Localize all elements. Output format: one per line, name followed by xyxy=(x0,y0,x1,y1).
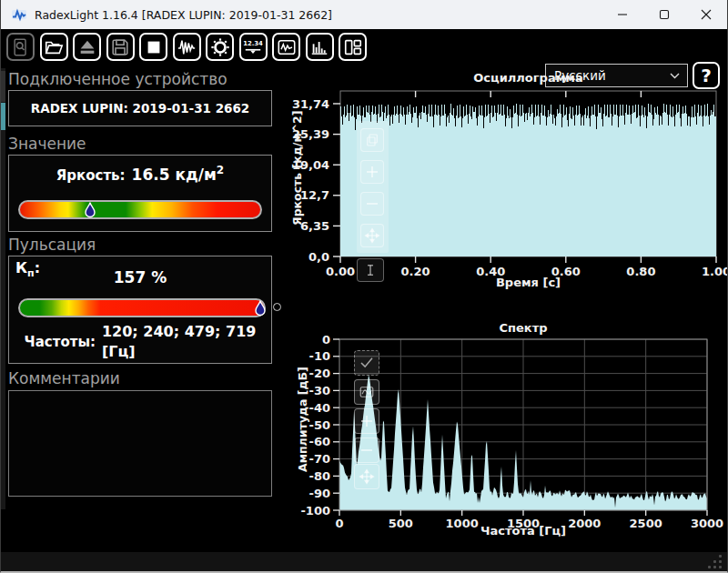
value-gradient-bar xyxy=(18,200,262,219)
cursor-ibeam-icon xyxy=(362,262,379,278)
pulsation-marker-drop-icon xyxy=(255,297,266,319)
svg-text:-90: -90 xyxy=(309,487,331,500)
oscillogram-xlabel: Время [с] xyxy=(340,276,716,289)
oscillogram-zoom-in-button[interactable] xyxy=(360,160,384,184)
layout-panels-button[interactable] xyxy=(339,33,367,61)
oscillogram-title: Осциллограмма xyxy=(340,71,716,85)
oscillogram-zoom-out-button[interactable] xyxy=(360,192,384,216)
eject-icon xyxy=(77,37,97,57)
dock-segment xyxy=(1,71,5,102)
svg-text:6,35: 6,35 xyxy=(300,219,329,233)
maximize-button[interactable] xyxy=(643,0,685,29)
spectrum-fit-view-button[interactable] xyxy=(354,379,379,405)
zoom-preview-button[interactable] xyxy=(6,33,35,61)
waveform-icon xyxy=(177,37,197,57)
device-name: RADEX LUPIN: 2019-01-31 2662 xyxy=(31,101,249,116)
save-file-button[interactable] xyxy=(106,33,135,61)
value-marker-drop-icon xyxy=(85,199,96,221)
brightness-row: Яркость: 16.5 кд/м2 xyxy=(9,156,271,184)
spectrum-plot-area[interactable] xyxy=(339,339,707,510)
svg-text:-50: -50 xyxy=(309,418,331,432)
svg-text:-70: -70 xyxy=(309,452,331,466)
app-logo-icon xyxy=(12,7,26,22)
curve-box-icon xyxy=(359,384,375,400)
svg-text:0: 0 xyxy=(322,333,330,347)
chart-wave-icon xyxy=(277,37,297,57)
spectrum-view-button[interactable] xyxy=(306,33,334,61)
oscillogram-pan-button[interactable] xyxy=(360,224,384,247)
settings-button[interactable] xyxy=(206,33,234,61)
svg-text:-100: -100 xyxy=(300,504,330,518)
svg-text:31,74: 31,74 xyxy=(292,97,329,111)
toolbar-buttons: 12.34 xyxy=(6,33,367,61)
waveform-mode-button[interactable] xyxy=(173,33,201,61)
stop-icon xyxy=(144,37,164,57)
svg-text:-30: -30 xyxy=(309,384,331,397)
spectrum-xlabel: Частота [Гц] xyxy=(339,524,707,538)
spectrum-ylabel: Амплитуда [дБ] xyxy=(296,367,309,472)
svg-text:-40: -40 xyxy=(309,401,331,415)
brightness-label: Яркость: xyxy=(56,167,126,184)
open-folder-icon xyxy=(44,37,64,57)
oscillogram-plot-area[interactable] xyxy=(340,91,716,256)
close-button[interactable] xyxy=(685,0,727,29)
brightness-value: 16.5 кд/м2 xyxy=(132,164,225,184)
zoom-in-icon xyxy=(364,164,380,180)
stop-measurement-button[interactable] xyxy=(139,33,167,61)
save-floppy-icon xyxy=(110,37,130,57)
window-title: RadexLight 1.16.4 [RADEX LUPIN: 2019-01-… xyxy=(35,8,332,22)
pulsation-box: Кп: 157 % Частоты: 120; 240; 479; 719[Гц… xyxy=(8,256,272,364)
comments-section-label: Комментарии xyxy=(8,369,120,387)
svg-text:-80: -80 xyxy=(309,469,331,483)
eject-device-button[interactable] xyxy=(73,33,101,61)
dock-handle xyxy=(1,103,5,130)
oscillogram-ylabel: Яркость [кд/м^2] xyxy=(290,110,304,226)
frequencies-value: 120; 240; 479; 719[Гц] xyxy=(102,322,257,361)
oscillogram-copy-button[interactable] xyxy=(360,128,384,152)
spectrum-pan-button[interactable] xyxy=(354,464,379,489)
toolbar: 12.34 Русский ? xyxy=(1,29,727,66)
minimize-button[interactable] xyxy=(602,0,643,29)
checkmark-icon xyxy=(359,355,375,371)
spectrum-title: Спектр xyxy=(339,321,707,335)
comments-input[interactable] xyxy=(8,390,272,497)
resize-grip[interactable] xyxy=(708,555,723,568)
spectrum-autoscale-checkbox[interactable] xyxy=(354,350,379,376)
svg-text:12,7: 12,7 xyxy=(300,188,329,202)
spectrum-zoom-out-button[interactable] xyxy=(354,437,379,463)
zoom-in-icon xyxy=(359,413,375,429)
window-controls xyxy=(602,0,727,29)
svg-text:-20: -20 xyxy=(309,367,331,380)
zoom-out-icon xyxy=(364,196,380,212)
titlebar[interactable]: RadexLight 1.16.4 [RADEX LUPIN: 2019-01-… xyxy=(1,0,727,29)
copy-icon xyxy=(364,132,380,148)
oscillogram-view-button[interactable] xyxy=(272,33,300,61)
close-icon xyxy=(701,9,712,20)
device-section-label: Подключенное устройство xyxy=(8,70,228,88)
value-box: Яркость: 16.5 кд/м2 xyxy=(8,155,272,232)
pan-arrows-icon xyxy=(364,227,380,244)
layout-icon xyxy=(343,37,363,57)
frequencies-row: Частоты: 120; 240; 479; 719[Гц] xyxy=(9,322,271,361)
minimize-icon xyxy=(617,9,628,20)
pulsation-section-label: Пульсация xyxy=(8,236,96,254)
zoom-out-icon xyxy=(359,442,375,458)
marker-legend-dot xyxy=(273,303,281,311)
bar-chart-icon xyxy=(309,37,329,57)
status-bar xyxy=(1,552,727,571)
gear-icon xyxy=(210,37,230,57)
open-file-button[interactable] xyxy=(40,33,68,61)
svg-text:-10: -10 xyxy=(309,349,331,363)
svg-text:12.34: 12.34 xyxy=(243,40,263,47)
frequencies-label: Частоты: xyxy=(25,334,96,350)
oscillogram-cursor-button[interactable] xyxy=(357,258,384,282)
left-dock-strip[interactable] xyxy=(1,68,5,509)
value-section-label: Значение xyxy=(8,135,86,153)
svg-text:0,0: 0,0 xyxy=(308,250,329,264)
device-box: RADEX LUPIN: 2019-01-31 2662 xyxy=(8,90,272,126)
svg-text:-60: -60 xyxy=(309,435,331,448)
magnifier-document-icon xyxy=(11,37,31,57)
app-window: RadexLight 1.16.4 [RADEX LUPIN: 2019-01-… xyxy=(0,0,728,573)
value-display-mode-button[interactable]: 12.34 xyxy=(239,33,268,61)
spectrum-zoom-in-button[interactable] xyxy=(354,408,379,434)
